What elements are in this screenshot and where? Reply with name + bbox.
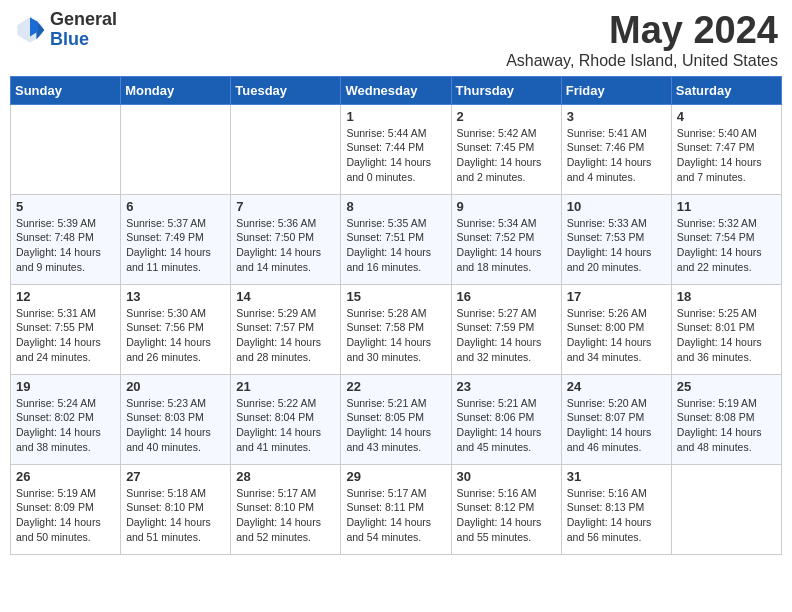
calendar-cell: 22Sunrise: 5:21 AMSunset: 8:05 PMDayligh… bbox=[341, 374, 451, 464]
day-info: Sunrise: 5:26 AMSunset: 8:00 PMDaylight:… bbox=[567, 306, 666, 365]
calendar-cell: 27Sunrise: 5:18 AMSunset: 8:10 PMDayligh… bbox=[121, 464, 231, 554]
calendar-cell: 18Sunrise: 5:25 AMSunset: 8:01 PMDayligh… bbox=[671, 284, 781, 374]
day-info: Sunrise: 5:19 AMSunset: 8:08 PMDaylight:… bbox=[677, 396, 776, 455]
day-info: Sunrise: 5:40 AMSunset: 7:47 PMDaylight:… bbox=[677, 126, 776, 185]
day-info: Sunrise: 5:17 AMSunset: 8:10 PMDaylight:… bbox=[236, 486, 335, 545]
calendar-cell bbox=[231, 104, 341, 194]
day-number: 28 bbox=[236, 469, 335, 484]
day-number: 1 bbox=[346, 109, 445, 124]
logo-blue-text: Blue bbox=[50, 30, 117, 50]
calendar-cell: 21Sunrise: 5:22 AMSunset: 8:04 PMDayligh… bbox=[231, 374, 341, 464]
weekday-header-row: SundayMondayTuesdayWednesdayThursdayFrid… bbox=[11, 76, 782, 104]
calendar-cell: 28Sunrise: 5:17 AMSunset: 8:10 PMDayligh… bbox=[231, 464, 341, 554]
day-number: 19 bbox=[16, 379, 115, 394]
logo-icon bbox=[14, 14, 46, 46]
calendar-cell: 2Sunrise: 5:42 AMSunset: 7:45 PMDaylight… bbox=[451, 104, 561, 194]
calendar-cell: 5Sunrise: 5:39 AMSunset: 7:48 PMDaylight… bbox=[11, 194, 121, 284]
day-info: Sunrise: 5:42 AMSunset: 7:45 PMDaylight:… bbox=[457, 126, 556, 185]
calendar-cell: 17Sunrise: 5:26 AMSunset: 8:00 PMDayligh… bbox=[561, 284, 671, 374]
day-number: 27 bbox=[126, 469, 225, 484]
day-info: Sunrise: 5:39 AMSunset: 7:48 PMDaylight:… bbox=[16, 216, 115, 275]
day-number: 9 bbox=[457, 199, 556, 214]
calendar-cell: 11Sunrise: 5:32 AMSunset: 7:54 PMDayligh… bbox=[671, 194, 781, 284]
weekday-header-friday: Friday bbox=[561, 76, 671, 104]
weekday-header-wednesday: Wednesday bbox=[341, 76, 451, 104]
day-number: 23 bbox=[457, 379, 556, 394]
day-number: 20 bbox=[126, 379, 225, 394]
calendar-cell: 12Sunrise: 5:31 AMSunset: 7:55 PMDayligh… bbox=[11, 284, 121, 374]
day-info: Sunrise: 5:25 AMSunset: 8:01 PMDaylight:… bbox=[677, 306, 776, 365]
day-info: Sunrise: 5:29 AMSunset: 7:57 PMDaylight:… bbox=[236, 306, 335, 365]
calendar-table: SundayMondayTuesdayWednesdayThursdayFrid… bbox=[10, 76, 782, 555]
day-number: 16 bbox=[457, 289, 556, 304]
calendar-week-3: 12Sunrise: 5:31 AMSunset: 7:55 PMDayligh… bbox=[11, 284, 782, 374]
day-number: 7 bbox=[236, 199, 335, 214]
calendar-cell: 16Sunrise: 5:27 AMSunset: 7:59 PMDayligh… bbox=[451, 284, 561, 374]
calendar-cell: 14Sunrise: 5:29 AMSunset: 7:57 PMDayligh… bbox=[231, 284, 341, 374]
day-number: 12 bbox=[16, 289, 115, 304]
calendar-cell: 20Sunrise: 5:23 AMSunset: 8:03 PMDayligh… bbox=[121, 374, 231, 464]
weekday-header-monday: Monday bbox=[121, 76, 231, 104]
day-number: 11 bbox=[677, 199, 776, 214]
day-info: Sunrise: 5:23 AMSunset: 8:03 PMDaylight:… bbox=[126, 396, 225, 455]
day-info: Sunrise: 5:28 AMSunset: 7:58 PMDaylight:… bbox=[346, 306, 445, 365]
day-info: Sunrise: 5:32 AMSunset: 7:54 PMDaylight:… bbox=[677, 216, 776, 275]
day-info: Sunrise: 5:34 AMSunset: 7:52 PMDaylight:… bbox=[457, 216, 556, 275]
day-info: Sunrise: 5:35 AMSunset: 7:51 PMDaylight:… bbox=[346, 216, 445, 275]
calendar-cell: 13Sunrise: 5:30 AMSunset: 7:56 PMDayligh… bbox=[121, 284, 231, 374]
day-number: 13 bbox=[126, 289, 225, 304]
title-block: May 2024 Ashaway, Rhode Island, United S… bbox=[506, 10, 778, 70]
day-info: Sunrise: 5:31 AMSunset: 7:55 PMDaylight:… bbox=[16, 306, 115, 365]
weekday-header-saturday: Saturday bbox=[671, 76, 781, 104]
weekday-header-thursday: Thursday bbox=[451, 76, 561, 104]
day-info: Sunrise: 5:41 AMSunset: 7:46 PMDaylight:… bbox=[567, 126, 666, 185]
calendar-week-4: 19Sunrise: 5:24 AMSunset: 8:02 PMDayligh… bbox=[11, 374, 782, 464]
calendar-cell bbox=[121, 104, 231, 194]
day-info: Sunrise: 5:21 AMSunset: 8:06 PMDaylight:… bbox=[457, 396, 556, 455]
day-info: Sunrise: 5:17 AMSunset: 8:11 PMDaylight:… bbox=[346, 486, 445, 545]
page-header: General Blue May 2024 Ashaway, Rhode Isl… bbox=[10, 10, 782, 70]
day-number: 10 bbox=[567, 199, 666, 214]
weekday-header-tuesday: Tuesday bbox=[231, 76, 341, 104]
month-title: May 2024 bbox=[506, 10, 778, 52]
day-info: Sunrise: 5:19 AMSunset: 8:09 PMDaylight:… bbox=[16, 486, 115, 545]
day-info: Sunrise: 5:21 AMSunset: 8:05 PMDaylight:… bbox=[346, 396, 445, 455]
calendar-week-5: 26Sunrise: 5:19 AMSunset: 8:09 PMDayligh… bbox=[11, 464, 782, 554]
calendar-cell: 29Sunrise: 5:17 AMSunset: 8:11 PMDayligh… bbox=[341, 464, 451, 554]
location-text: Ashaway, Rhode Island, United States bbox=[506, 52, 778, 70]
day-info: Sunrise: 5:37 AMSunset: 7:49 PMDaylight:… bbox=[126, 216, 225, 275]
calendar-week-1: 1Sunrise: 5:44 AMSunset: 7:44 PMDaylight… bbox=[11, 104, 782, 194]
calendar-cell: 7Sunrise: 5:36 AMSunset: 7:50 PMDaylight… bbox=[231, 194, 341, 284]
calendar-cell: 31Sunrise: 5:16 AMSunset: 8:13 PMDayligh… bbox=[561, 464, 671, 554]
day-info: Sunrise: 5:30 AMSunset: 7:56 PMDaylight:… bbox=[126, 306, 225, 365]
day-number: 24 bbox=[567, 379, 666, 394]
day-number: 6 bbox=[126, 199, 225, 214]
logo: General Blue bbox=[14, 10, 117, 50]
calendar-cell: 30Sunrise: 5:16 AMSunset: 8:12 PMDayligh… bbox=[451, 464, 561, 554]
calendar-cell: 25Sunrise: 5:19 AMSunset: 8:08 PMDayligh… bbox=[671, 374, 781, 464]
weekday-header-sunday: Sunday bbox=[11, 76, 121, 104]
day-number: 18 bbox=[677, 289, 776, 304]
day-number: 26 bbox=[16, 469, 115, 484]
calendar-cell: 8Sunrise: 5:35 AMSunset: 7:51 PMDaylight… bbox=[341, 194, 451, 284]
day-number: 4 bbox=[677, 109, 776, 124]
day-info: Sunrise: 5:44 AMSunset: 7:44 PMDaylight:… bbox=[346, 126, 445, 185]
day-number: 17 bbox=[567, 289, 666, 304]
day-info: Sunrise: 5:18 AMSunset: 8:10 PMDaylight:… bbox=[126, 486, 225, 545]
calendar-cell: 26Sunrise: 5:19 AMSunset: 8:09 PMDayligh… bbox=[11, 464, 121, 554]
day-info: Sunrise: 5:16 AMSunset: 8:13 PMDaylight:… bbox=[567, 486, 666, 545]
calendar-cell: 4Sunrise: 5:40 AMSunset: 7:47 PMDaylight… bbox=[671, 104, 781, 194]
day-number: 2 bbox=[457, 109, 556, 124]
day-info: Sunrise: 5:16 AMSunset: 8:12 PMDaylight:… bbox=[457, 486, 556, 545]
calendar-cell: 24Sunrise: 5:20 AMSunset: 8:07 PMDayligh… bbox=[561, 374, 671, 464]
day-number: 29 bbox=[346, 469, 445, 484]
calendar-cell bbox=[11, 104, 121, 194]
day-number: 8 bbox=[346, 199, 445, 214]
day-info: Sunrise: 5:27 AMSunset: 7:59 PMDaylight:… bbox=[457, 306, 556, 365]
day-info: Sunrise: 5:22 AMSunset: 8:04 PMDaylight:… bbox=[236, 396, 335, 455]
day-info: Sunrise: 5:33 AMSunset: 7:53 PMDaylight:… bbox=[567, 216, 666, 275]
day-info: Sunrise: 5:36 AMSunset: 7:50 PMDaylight:… bbox=[236, 216, 335, 275]
logo-general-text: General bbox=[50, 10, 117, 30]
logo-text: General Blue bbox=[50, 10, 117, 50]
calendar-cell: 10Sunrise: 5:33 AMSunset: 7:53 PMDayligh… bbox=[561, 194, 671, 284]
